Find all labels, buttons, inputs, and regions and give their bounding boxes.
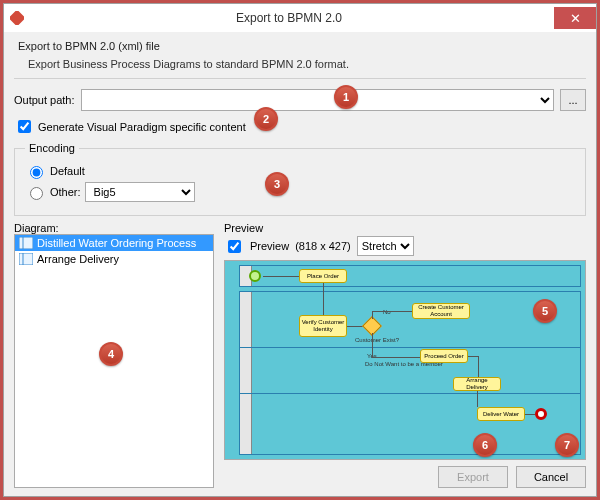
svg-rect-0 <box>10 11 24 25</box>
list-item-label: Arrange Delivery <box>37 253 119 265</box>
generate-specific-checkbox[interactable] <box>18 120 31 133</box>
intro-desc: Export Business Process Diagrams to stan… <box>14 58 586 70</box>
list-item-label: Distilled Water Ordering Process <box>37 237 196 249</box>
svg-rect-1 <box>19 237 33 249</box>
list-item[interactable]: Arrange Delivery <box>15 251 213 267</box>
cancel-button[interactable]: Cancel <box>516 466 586 488</box>
intro-title: Export to BPMN 2.0 (xml) file <box>14 40 586 52</box>
output-path-label: Output path: <box>14 94 75 106</box>
export-button[interactable]: Export <box>438 466 508 488</box>
svg-rect-3 <box>19 253 33 265</box>
preview-label: Preview <box>224 222 586 234</box>
preview-canvas: Place Order Verify Customer Identity Cus… <box>224 260 586 460</box>
encoding-other-select[interactable]: Big5 <box>85 182 195 202</box>
preview-checkbox[interactable] <box>228 240 241 253</box>
close-button[interactable]: ✕ <box>554 7 596 29</box>
encoding-other-radio[interactable] <box>30 187 43 200</box>
bpmn-icon <box>19 237 33 249</box>
encoding-group: Encoding Default Other: Big5 3 <box>14 142 586 216</box>
app-icon <box>10 11 24 25</box>
generate-specific-label: Generate Visual Paradigm specific conten… <box>38 121 246 133</box>
encoding-legend: Encoding <box>25 142 79 154</box>
diagram-label: Diagram: <box>14 222 214 234</box>
encoding-default-label: Default <box>50 165 85 177</box>
encoding-other-label: Other: <box>50 186 81 198</box>
diagram-list[interactable]: Distilled Water Ordering Process Arrange… <box>14 234 214 488</box>
browse-button[interactable]: ... <box>560 89 586 111</box>
intro-block: Export to BPMN 2.0 (xml) file Export Bus… <box>14 40 586 79</box>
preview-dims: (818 x 427) <box>295 240 351 252</box>
preview-mode-select[interactable]: Stretch <box>357 236 414 256</box>
encoding-default-radio[interactable] <box>30 166 43 179</box>
titlebar: Export to BPMN 2.0 ✕ <box>4 4 596 32</box>
window-title: Export to BPMN 2.0 <box>24 11 554 25</box>
preview-chk-label: Preview <box>250 240 289 252</box>
bpmn-icon <box>19 253 33 265</box>
output-path-input[interactable] <box>81 89 554 111</box>
list-item[interactable]: Distilled Water Ordering Process <box>15 235 213 251</box>
